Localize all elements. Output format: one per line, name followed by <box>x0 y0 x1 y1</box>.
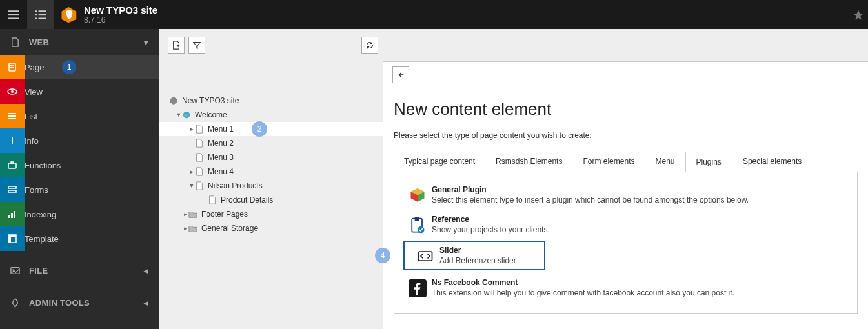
typo3-logo-icon <box>59 6 77 24</box>
tree-item-nitsan[interactable]: ▼ Nitsan Products <box>159 179 383 193</box>
sidebar-section-web[interactable]: WEB ▾ <box>0 29 159 55</box>
tab-special[interactable]: Special elements <box>732 152 812 172</box>
tree-label: New TYPO3 site <box>182 96 239 105</box>
tree-item-welcome[interactable]: ▼ Welcome <box>159 108 383 122</box>
svg-rect-22 <box>8 190 16 192</box>
svg-rect-15 <box>8 115 16 117</box>
sidebar-item-label: Indexing <box>25 210 56 219</box>
sidebar-item-list[interactable]: List <box>0 104 159 128</box>
svg-rect-7 <box>35 17 37 19</box>
globe-icon <box>182 110 191 119</box>
sidebar-section-file[interactable]: FILE ◂ <box>0 257 159 283</box>
sidebar-section-label: FILE <box>29 266 48 275</box>
svg-rect-5 <box>35 14 37 15</box>
svg-rect-19 <box>8 163 16 168</box>
rocket-icon <box>10 298 20 308</box>
page-icon <box>195 139 204 148</box>
clipboard-check-icon <box>409 216 427 234</box>
tree-item-general-storage[interactable]: ▸ General Storage <box>159 221 383 235</box>
add-page-button[interactable] <box>168 37 185 54</box>
svg-rect-28 <box>8 237 11 243</box>
star-icon[interactable] <box>853 9 864 21</box>
wizard-tabs: Typical page content Rsmsdsh Elements Fo… <box>394 152 858 172</box>
page-icon <box>195 181 204 190</box>
tree-label: Menu 2 <box>208 139 234 148</box>
sidebar-item-info[interactable]: Info <box>0 128 159 153</box>
plugin-title: Reference <box>432 215 848 224</box>
plugin-facebook-comment[interactable]: Ns Facebook CommentThis extension will h… <box>403 274 848 304</box>
svg-rect-0 <box>8 10 19 12</box>
svg-point-13 <box>11 90 14 93</box>
filter-button[interactable] <box>188 37 205 54</box>
site-title: New TYPO3 site <box>84 5 157 15</box>
tab-typical[interactable]: Typical page content <box>394 152 485 172</box>
module-sidebar: WEB ▾ Page 1 View List Info Functions Fo… <box>0 29 159 329</box>
sidebar-item-indexing[interactable]: Indexing <box>0 202 159 226</box>
branding: New TYPO3 site 8.7.16 <box>54 5 157 25</box>
page-icon <box>7 62 17 72</box>
sidebar-item-page[interactable]: Page 1 <box>0 55 159 79</box>
svg-rect-14 <box>8 113 16 114</box>
plugin-slider[interactable]: SliderAdd Referenzen slider <box>403 241 545 270</box>
collapse-icon[interactable]: ▼ <box>188 183 195 189</box>
site-version: 8.7.16 <box>84 15 157 25</box>
svg-rect-21 <box>8 186 16 188</box>
tab-menu[interactable]: Menu <box>645 152 685 172</box>
svg-rect-11 <box>10 67 14 68</box>
folder-icon <box>188 210 197 219</box>
svg-rect-17 <box>12 137 13 139</box>
tree-item-menu3[interactable]: Menu 3 <box>159 150 383 164</box>
sidebar-item-label: Page <box>25 63 44 72</box>
collapse-icon[interactable]: ▼ <box>176 112 182 118</box>
page-icon <box>195 167 204 176</box>
sidebar-item-label: Template <box>25 234 59 244</box>
tree-toggle-icon[interactable] <box>27 0 54 29</box>
briefcase-icon <box>7 160 17 170</box>
sidebar-item-template[interactable]: Template <box>0 226 159 251</box>
chevron-left-icon: ◂ <box>144 266 148 275</box>
sidebar-item-label: Forms <box>25 185 48 195</box>
tab-plugins[interactable]: Plugins <box>685 152 732 172</box>
folder-icon <box>188 224 197 233</box>
content-area: New content element Please select the ty… <box>383 61 868 329</box>
sidebar-section-admin-tools[interactable]: ADMIN TOOLS ◂ <box>0 290 159 315</box>
expand-icon[interactable]: ▸ <box>182 225 188 232</box>
list-icon <box>7 111 17 121</box>
back-button[interactable] <box>392 66 409 83</box>
svg-rect-20 <box>11 162 14 163</box>
svg-rect-18 <box>12 139 13 144</box>
sidebar-item-forms[interactable]: Forms <box>0 177 159 202</box>
tree-item-menu2[interactable]: Menu 2 <box>159 136 383 150</box>
tree-item-menu1[interactable]: ▸ Menu 1 2 <box>159 122 383 136</box>
tree-label: Footer Pages <box>201 210 248 219</box>
chart-icon <box>7 209 17 219</box>
plugin-reference[interactable]: ReferenceShow your projects to your clie… <box>403 211 848 241</box>
svg-rect-10 <box>10 65 14 66</box>
tree-label: Prodcut Details <box>221 195 273 204</box>
plugin-general[interactable]: General PluginSelect this element type t… <box>403 181 848 211</box>
tree-item-footer-pages[interactable]: ▸ Footer Pages <box>159 207 383 221</box>
tree-site-root[interactable]: New TYPO3 site <box>159 94 383 108</box>
tree-item-menu4[interactable]: ▸ Menu 4 <box>159 164 383 179</box>
annotation-2: 2 <box>252 121 267 137</box>
plugin-desc: Show your projects to your clients. <box>432 225 848 234</box>
refresh-button[interactable] <box>361 37 378 54</box>
menu-toggle-icon[interactable] <box>0 0 27 29</box>
facebook-icon <box>409 279 427 297</box>
page-tree-toolbar <box>159 29 868 61</box>
expand-icon[interactable]: ▸ <box>188 168 195 175</box>
sidebar-item-view[interactable]: View <box>0 79 159 104</box>
tab-rsmsdsh[interactable]: Rsmsdsh Elements <box>485 152 572 172</box>
page-icon <box>208 195 217 204</box>
plugin-title: Slider <box>439 246 538 255</box>
expand-icon[interactable]: ▸ <box>188 126 195 132</box>
page-tree: New TYPO3 site ▼ Welcome ▸ Menu 1 2 Menu… <box>159 61 383 329</box>
tab-form[interactable]: Form elements <box>572 152 645 172</box>
tree-item-product-details[interactable]: Prodcut Details <box>159 193 383 207</box>
svg-rect-2 <box>8 17 19 19</box>
svg-rect-24 <box>11 213 13 218</box>
chevron-left-icon: ◂ <box>144 298 148 308</box>
sidebar-item-functions[interactable]: Functions <box>0 153 159 177</box>
expand-icon[interactable]: ▸ <box>182 211 188 217</box>
plugin-title: Ns Facebook Comment <box>432 278 848 287</box>
